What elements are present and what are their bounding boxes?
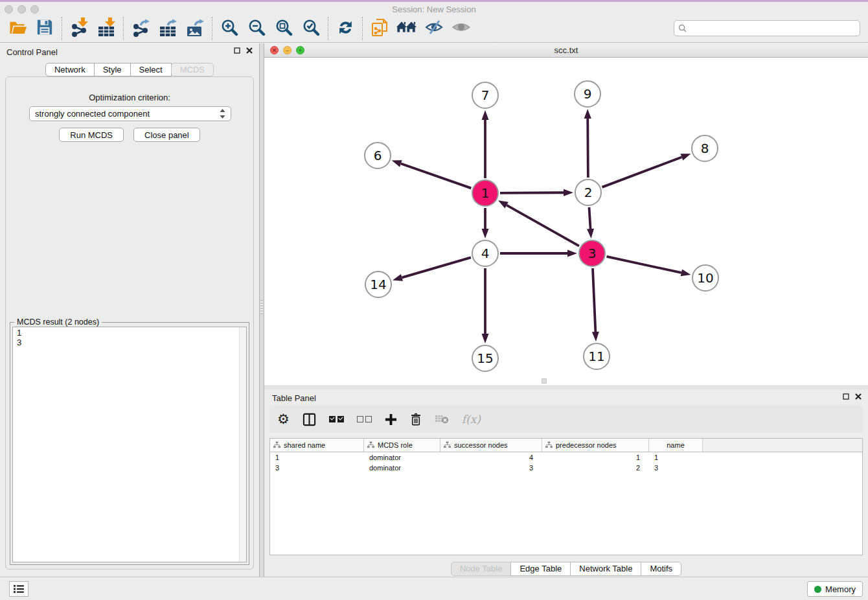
table-cell[interactable]: 3 (440, 464, 542, 472)
hide-eye-button[interactable] (420, 16, 448, 41)
table-cell[interactable]: 1 (649, 454, 703, 461)
delete-columns-icon[interactable] (410, 410, 422, 429)
export-image-button[interactable] (181, 16, 209, 41)
control-panel-title: Control Panel (6, 47, 58, 57)
float-panel-icon[interactable] (234, 47, 240, 54)
column-header-predecessor-nodes[interactable]: predecessor nodes (542, 439, 649, 452)
edge-3-1[interactable] (498, 200, 579, 246)
toolbar-separator (362, 17, 363, 40)
mcds-result-textarea[interactable]: 1 3 (13, 327, 238, 562)
close-panel-icon[interactable] (246, 47, 253, 54)
graph-node-14[interactable]: 14 (365, 271, 392, 298)
vertical-splitter[interactable] (259, 43, 264, 577)
edge-4-14[interactable] (393, 257, 471, 281)
save-session-button[interactable] (31, 16, 58, 41)
edge-1-4[interactable] (482, 208, 489, 238)
edge-1-7[interactable] (482, 110, 489, 178)
import-network-button[interactable] (65, 16, 93, 41)
edge-1-2[interactable] (500, 189, 573, 196)
tab-style[interactable]: Style (94, 63, 131, 76)
zoom-out-button[interactable] (243, 16, 270, 41)
table-cell[interactable]: dominator (364, 454, 440, 461)
import-table-button[interactable] (93, 16, 120, 41)
edge-3-11[interactable] (592, 268, 599, 341)
close-panel-icon[interactable] (855, 393, 862, 400)
table-cell[interactable]: 3 (649, 464, 703, 472)
edge-2-3[interactable] (587, 207, 594, 238)
graph-node-1[interactable]: 1 (472, 179, 499, 207)
table-cell[interactable]: dominator (364, 464, 440, 472)
tab-edge-table[interactable]: Edge Table (510, 562, 571, 576)
column-header-MCDS-role[interactable]: MCDS role (364, 439, 440, 452)
settings-gear-icon[interactable]: ⚙ (277, 410, 290, 429)
table-row-2[interactable]: 3dominator323 (270, 463, 862, 473)
graph-node-7[interactable]: 7 (472, 82, 499, 109)
column-header-name[interactable]: name (649, 439, 703, 452)
result-scrollbar[interactable] (239, 327, 246, 562)
edge-4-15[interactable] (482, 268, 489, 343)
delete-table-icon[interactable] (435, 410, 449, 429)
optimization-criterion-value: strongly connected component (35, 109, 150, 119)
table-cell[interactable]: 2 (542, 464, 649, 472)
graph-node-15[interactable]: 15 (472, 345, 499, 372)
canvas-grip[interactable] (542, 378, 547, 384)
show-columns-icon[interactable] (303, 410, 316, 429)
open-file-button[interactable] (4, 16, 31, 41)
float-panel-icon[interactable] (843, 393, 849, 400)
search-input[interactable] (690, 23, 856, 33)
edge-2-8[interactable] (602, 154, 691, 187)
table-cell[interactable]: 3 (270, 464, 364, 472)
task-history-button[interactable] (9, 581, 29, 597)
edge-3-10[interactable] (606, 257, 691, 276)
export-table-button[interactable] (154, 16, 181, 41)
home-button[interactable] (393, 16, 420, 41)
optimization-criterion-label: Optimization criterion: (6, 93, 253, 102)
table-panel-title: Table Panel (272, 393, 316, 403)
zoom-in-button[interactable] (216, 16, 243, 41)
show-eye-button[interactable] (448, 16, 475, 41)
edge-arrowhead (498, 200, 508, 208)
graph-node-10[interactable]: 10 (692, 264, 719, 292)
tab-node-table[interactable]: Node Table (451, 562, 512, 576)
tab-mcds[interactable]: MCDS (171, 63, 214, 76)
table-cell[interactable]: 1 (542, 454, 649, 461)
edge-1-6[interactable] (392, 160, 472, 188)
tab-select[interactable]: Select (130, 63, 172, 76)
close-panel-button[interactable]: Close panel (133, 128, 200, 142)
table-cell[interactable]: 4 (440, 454, 542, 461)
apply-layout-button[interactable] (332, 16, 359, 41)
graph-node-6[interactable]: 6 (364, 142, 391, 169)
graph-node-11[interactable]: 11 (583, 343, 610, 370)
edge-2-9[interactable] (584, 109, 591, 178)
graph-node-2[interactable]: 2 (575, 179, 602, 206)
column-header-successor-nodes[interactable]: successor nodes (440, 439, 542, 452)
save-session-icon (36, 19, 53, 38)
zoom-fit-button[interactable] (270, 16, 297, 41)
clone-network-button[interactable] (366, 16, 393, 41)
graph-node-3[interactable]: 3 (578, 240, 606, 267)
tree-icon (367, 441, 374, 450)
unselect-all-columns-icon[interactable] (357, 410, 372, 429)
tab-network[interactable]: Network (45, 63, 95, 76)
graph-node-9[interactable]: 9 (574, 80, 601, 108)
select-all-columns-icon[interactable] (329, 410, 344, 429)
optimization-criterion-select[interactable]: strongly connected component (29, 106, 231, 121)
column-header-shared-name[interactable]: shared name (270, 439, 364, 452)
tab-motifs[interactable]: Motifs (641, 562, 681, 576)
table-cell[interactable]: 1 (270, 454, 364, 461)
tab-network-table[interactable]: Network Table (570, 562, 641, 576)
export-network-button[interactable] (127, 16, 154, 41)
search-box[interactable] (674, 20, 860, 36)
memory-button[interactable]: Memory (807, 581, 863, 597)
table-row-1[interactable]: 1dominator411 (270, 452, 862, 463)
add-column-icon[interactable] (385, 410, 397, 429)
zoom-out-icon (247, 18, 266, 38)
graph-node-8[interactable]: 8 (691, 135, 718, 162)
run-mcds-button[interactable]: Run MCDS (59, 128, 124, 142)
control-panel-header: Control Panel (0, 43, 259, 60)
network-canvas[interactable]: 7968124314101511 (264, 58, 868, 385)
function-builder-icon[interactable]: f(x) (462, 410, 481, 429)
zoom-selected-button[interactable] (297, 16, 325, 41)
graph-node-4[interactable]: 4 (472, 240, 499, 267)
edge-4-3[interactable] (500, 250, 577, 257)
